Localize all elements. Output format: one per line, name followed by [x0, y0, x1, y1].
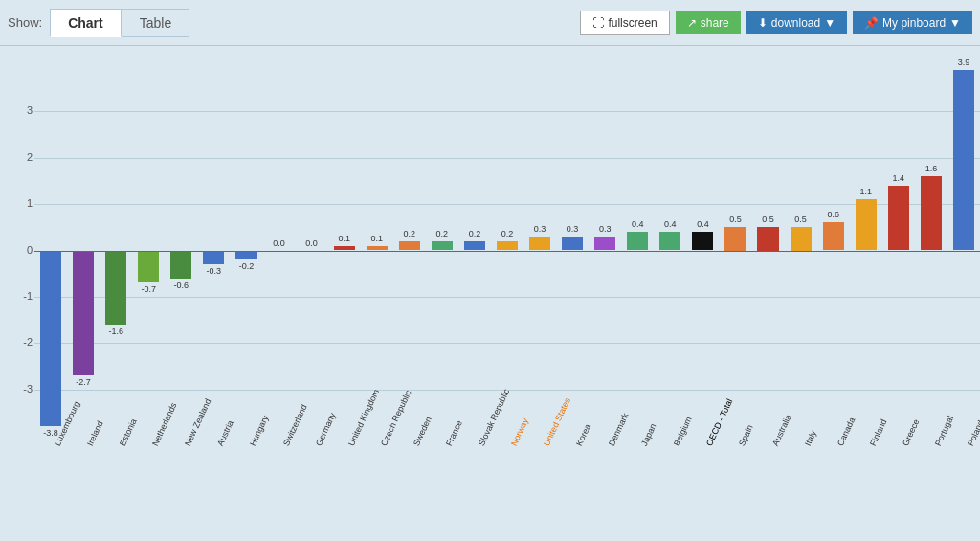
share-button[interactable]: ↗ share — [676, 11, 741, 34]
bar-value-label: 0.2 — [463, 229, 486, 238]
country-label: Germany — [314, 411, 338, 447]
country-label: United Kingdom — [346, 388, 381, 447]
bar-rect[interactable] — [73, 251, 94, 376]
country-label: Norway — [509, 417, 530, 447]
bar-rect[interactable] — [464, 241, 485, 251]
bar-value-label: -2.7 — [72, 377, 95, 387]
bar-value-label: 0.4 — [658, 219, 681, 229]
country-label: Netherlands — [150, 401, 179, 447]
bar-value-label: 0.5 — [757, 214, 780, 224]
country-label: Austria — [215, 419, 235, 448]
fullscreen-label: fullscreen — [608, 16, 657, 30]
bar-rect[interactable] — [529, 237, 550, 251]
country-label: Belgium — [672, 416, 694, 448]
country-label: Hungary — [248, 414, 270, 447]
bar-value-label: 0.4 — [691, 219, 714, 229]
bar-rect[interactable] — [888, 186, 909, 251]
show-label: Show: — [8, 15, 42, 30]
bar-value-label: 0.3 — [561, 224, 584, 234]
country-label: New Zealand — [183, 397, 212, 447]
country-label: Canada — [835, 416, 857, 447]
download-button[interactable]: ⬇ download ▼ — [746, 11, 847, 34]
bar-rect[interactable] — [627, 232, 648, 250]
country-label: Sweden — [412, 416, 434, 448]
pinboard-button[interactable]: 📌 My pinboard ▼ — [853, 11, 972, 34]
country-label: Korea — [574, 422, 592, 447]
country-label: OECD - Total — [704, 397, 734, 447]
bar-rect[interactable] — [921, 176, 942, 250]
share-icon: ↗ — [687, 16, 697, 30]
bar-value-label: 1.4 — [887, 173, 910, 183]
bar-value-label: 0.0 — [268, 238, 291, 248]
bar-value-label: 0.6 — [822, 210, 845, 219]
country-label: Slovak Republic — [477, 388, 511, 448]
bar-rect[interactable] — [823, 222, 844, 250]
country-label: Australia — [770, 413, 793, 447]
bar-value-label: -0.3 — [202, 266, 225, 276]
bar-value-label: -0.2 — [234, 261, 257, 271]
bar-rect[interactable] — [399, 241, 420, 251]
header-actions: ⛶ fullscreen ↗ share ⬇ download ▼ 📌 My p… — [580, 11, 972, 35]
bar-value-label: 1.6 — [920, 164, 943, 173]
tab-chart[interactable]: Chart — [50, 9, 122, 37]
pinboard-dropdown-icon: ▼ — [949, 16, 961, 30]
country-label: Greece — [901, 417, 922, 447]
bar-value-label: 0.5 — [724, 214, 746, 224]
bar-rect[interactable] — [692, 232, 713, 250]
bar-value-label: 0.0 — [301, 238, 323, 248]
pin-icon: 📌 — [864, 16, 879, 30]
bar-rect[interactable] — [170, 251, 191, 279]
bar-value-label: 0.1 — [333, 234, 356, 243]
bar-rect[interactable] — [40, 251, 61, 427]
bar-value-label: 0.2 — [431, 229, 454, 238]
bar-rect[interactable] — [562, 237, 583, 251]
bar-rect[interactable] — [791, 227, 812, 250]
country-label: Spain — [737, 423, 755, 447]
download-dropdown-icon: ▼ — [824, 16, 835, 30]
country-label: Ireland — [85, 419, 105, 447]
share-label: share — [701, 16, 729, 30]
bar-value-label: 0.2 — [398, 229, 421, 238]
bar-value-label: 0.5 — [790, 214, 813, 224]
bar-rect[interactable] — [235, 251, 256, 260]
bar-value-label: 3.9 — [952, 57, 975, 67]
pinboard-label: My pinboard — [882, 16, 946, 30]
bar-rect[interactable] — [757, 227, 778, 250]
bar-value-label: -0.7 — [137, 284, 160, 294]
country-label: Estonia — [118, 417, 139, 447]
bar-rect[interactable] — [724, 227, 746, 250]
bar-value-label: 0.3 — [593, 224, 616, 234]
bar-value-label: 0.1 — [366, 234, 389, 243]
bar-rect[interactable] — [203, 251, 224, 265]
bar-rect[interactable] — [594, 237, 615, 251]
fullscreen-button[interactable]: ⛶ fullscreen — [580, 11, 669, 35]
header: Show: Chart Table ⛶ fullscreen ↗ share ⬇… — [0, 0, 980, 46]
country-label: Switzerland — [281, 403, 309, 447]
country-label: Denmark — [607, 412, 630, 447]
chart-area: 3210-1-2-3-3.8Luxembourg-2.7Ireland-1.6E… — [0, 46, 980, 541]
country-label: Finland — [868, 417, 889, 447]
bar-rect[interactable] — [953, 70, 974, 251]
country-label: Italy — [803, 429, 818, 447]
bar-value-label: 0.3 — [528, 224, 551, 234]
bar-value-label: 0.2 — [496, 229, 519, 238]
country-label: France — [444, 419, 464, 448]
tab-table[interactable]: Table — [122, 9, 189, 37]
country-label: United States — [542, 396, 572, 447]
bar-rect[interactable] — [105, 251, 126, 325]
bar-value-label: 0.4 — [626, 219, 649, 229]
bar-rect[interactable] — [432, 241, 453, 251]
bar-rect[interactable] — [138, 251, 159, 283]
download-label: download — [771, 16, 820, 30]
bar-rect[interactable] — [659, 232, 680, 250]
country-label: Portugal — [933, 415, 955, 448]
bar-value-label: 1.1 — [855, 187, 878, 196]
country-label: Poland — [966, 419, 980, 448]
bar-rect[interactable] — [497, 241, 518, 251]
download-icon: ⬇ — [758, 16, 768, 30]
bar-rect[interactable] — [856, 199, 877, 250]
fullscreen-icon: ⛶ — [592, 16, 604, 30]
country-label: Japan — [639, 422, 657, 447]
bar-value-label: -0.6 — [169, 281, 192, 290]
country-label: Czech Republic — [379, 389, 413, 447]
